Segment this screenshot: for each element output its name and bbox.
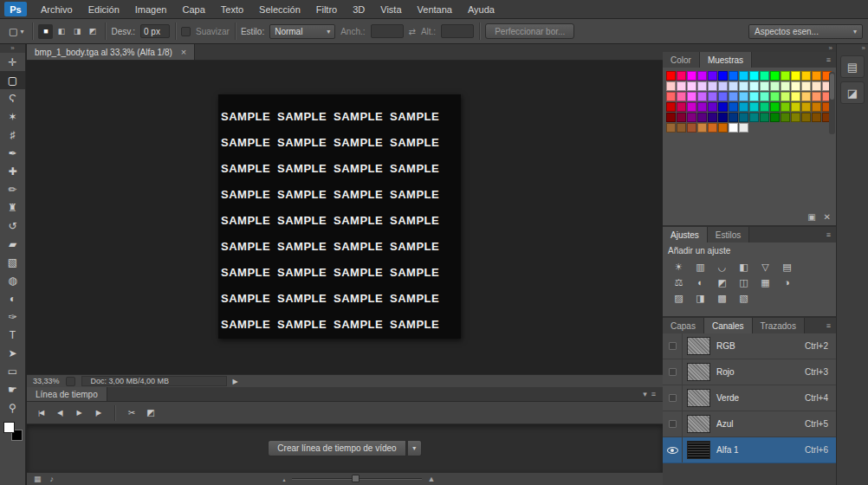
color-swatch[interactable] [760,81,769,91]
color-swatch[interactable] [801,81,811,91]
create-timeline-dropdown[interactable]: ▾ [408,440,422,456]
timeline-frames-icon[interactable]: ▦ [34,475,42,483]
collapsed-panel-1-icon[interactable]: ▤ [840,55,865,78]
color-swatch[interactable] [770,71,780,81]
color-swatch[interactable] [749,81,759,91]
color-swatch[interactable] [739,102,748,112]
color-swatch[interactable] [666,71,676,81]
color-swatch[interactable] [791,92,800,101]
color-swatch[interactable] [739,113,748,122]
visibility-toggle[interactable] [663,411,683,436]
color-swatch[interactable] [718,113,728,122]
scrollbar-thumb[interactable] [830,74,834,100]
color-swatch[interactable] [791,71,800,81]
color-swatch[interactable] [697,71,707,81]
color-swatch[interactable] [708,71,717,81]
color-swatch[interactable] [666,113,676,122]
color-swatch[interactable] [677,123,686,133]
toolbar-collapse-icon[interactable]: » [0,44,25,53]
color-swatch[interactable] [781,92,790,101]
color-swatch[interactable] [677,113,686,122]
color-swatch[interactable] [781,71,790,81]
panel-tab-muestras[interactable]: Muestras [700,52,752,68]
new-selection-icon[interactable]: ■ [38,24,53,39]
menu-3d[interactable]: 3D [345,0,372,19]
curves-icon[interactable]: ◡ [711,259,733,275]
color-swatch[interactable] [801,102,811,112]
color-swatch[interactable] [708,123,717,133]
color-swatch[interactable] [770,92,780,101]
timeline-audio-icon[interactable]: ♪ [50,475,55,483]
canvas-viewport[interactable]: SAMPLESAMPLESAMPLESAMPLESAMPLESAMPLESAMP… [27,61,663,374]
visibility-toggle[interactable] [663,359,683,385]
color-swatch[interactable] [749,71,759,81]
zoom-level[interactable]: 33,33% [33,377,60,385]
color-swatch[interactable] [708,102,717,112]
previous-frame-icon[interactable]: ◀| [51,405,68,421]
color-swatch[interactable] [812,81,821,91]
status-menu-arrow-icon[interactable]: ▶ [233,378,238,385]
channel-row-rojo[interactable]: RojoCtrl+3 [663,359,836,385]
color-swatch[interactable] [770,102,780,112]
transition-icon[interactable]: ◩ [142,405,159,421]
color-swatch[interactable] [760,71,769,81]
refine-edge-button[interactable]: Perfeccionar bor... [485,23,574,39]
menu-edicion[interactable]: Edición [81,0,127,19]
gradient-tool[interactable]: ▧ [0,253,25,271]
exposure-icon[interactable]: ◧ [733,259,755,275]
panel-menu-icon[interactable]: ≡ [821,52,836,68]
timeline-panel-menu[interactable]: ▾ ≡ [636,387,663,401]
levels-icon[interactable]: ▥ [690,259,711,275]
color-swatch[interactable] [687,123,696,133]
lasso-tool[interactable]: Ϛ [0,89,25,107]
hand-tool[interactable]: ☛ [0,380,25,398]
panel-tab-estilos[interactable]: Estilos [708,227,749,242]
panel-tab-capas[interactable]: Capas [663,318,704,333]
tool-preset-picker[interactable]: ▢ ▾ [5,24,27,39]
color-swatch[interactable] [729,81,738,91]
blur-tool[interactable]: ◍ [0,271,25,289]
foreground-color-chip[interactable] [3,422,15,433]
crop-tool[interactable]: ♯ [0,126,25,144]
visibility-toggle[interactable] [663,333,683,359]
visibility-toggle[interactable] [663,437,683,462]
slider-thumb[interactable] [352,475,360,482]
swap-dimensions-icon[interactable]: ⇄ [409,27,416,36]
close-tab-icon[interactable]: × [181,47,186,57]
color-swatch[interactable] [812,71,821,81]
color-swatch[interactable] [791,81,800,91]
color-swatch[interactable] [801,92,811,101]
color-swatch[interactable] [791,102,800,112]
color-swatch[interactable] [812,92,821,101]
color-swatch[interactable] [708,81,717,91]
color-swatch[interactable] [729,71,738,81]
color-swatch[interactable] [677,102,686,112]
color-swatch[interactable] [760,92,769,101]
color-swatch[interactable] [729,113,738,122]
delete-swatch-icon[interactable]: ✕ [824,212,831,222]
status-bar-icon[interactable] [66,377,75,386]
play-icon[interactable]: ▶ [70,405,87,421]
color-swatch[interactable] [781,113,790,122]
color-swatch[interactable] [718,123,728,133]
color-swatch[interactable] [666,81,676,91]
color-swatch[interactable] [718,81,728,91]
panel-tab-canales[interactable]: Canales [704,318,753,333]
panel-menu-icon[interactable]: ≡ [821,227,836,242]
color-swatch[interactable] [749,92,759,101]
zoom-tool[interactable]: ⚲ [0,398,25,417]
workspace-switcher-button[interactable]: Aspectos esen... ▾ [748,24,863,39]
posterize-icon[interactable]: ▨ [668,290,690,306]
color-swatch[interactable] [729,102,738,112]
subtract-from-selection-icon[interactable]: ◨ [69,24,84,39]
menu-ayuda[interactable]: Ayuda [460,0,502,19]
color-swatch[interactable] [781,81,790,91]
color-swatch[interactable] [697,92,707,101]
antialias-checkbox[interactable] [181,27,191,36]
color-swatch[interactable] [666,102,676,112]
menu-seleccion[interactable]: Selección [251,0,308,19]
height-input[interactable] [441,24,474,38]
panel-tab-trazados[interactable]: Trazados [753,318,805,333]
color-swatch[interactable] [801,113,811,122]
dock-collapse-icon[interactable]: » [837,44,868,52]
